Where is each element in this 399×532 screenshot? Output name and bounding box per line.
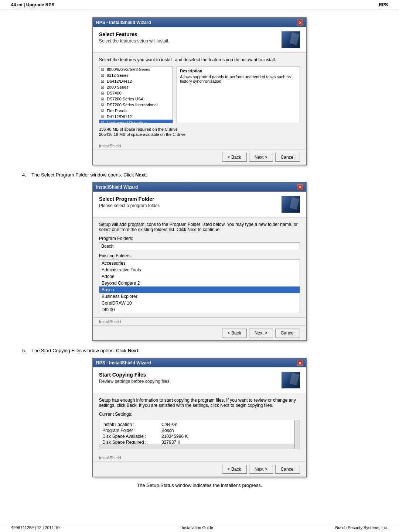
titlebar-3-label: RPS - InstallShield Wizard bbox=[96, 360, 151, 365]
titlebar-3: RPS - InstallShield Wizard ✕ bbox=[93, 358, 306, 367]
header-right: RPS bbox=[379, 2, 388, 7]
step-5-number: 5. bbox=[22, 348, 26, 353]
scrollbar-bottom[interactable] bbox=[99, 444, 294, 449]
setting-key: Program Folder : bbox=[101, 428, 160, 433]
scrollbar-right[interactable] bbox=[294, 420, 300, 449]
close-button-3[interactable]: ✕ bbox=[297, 360, 303, 366]
next-button-2[interactable]: Next > bbox=[249, 329, 273, 337]
main-content: RPS - InstallShield Wizard ✕ Select Feat… bbox=[0, 10, 399, 495]
page-header: 44 en | Upgrade RPS RPS bbox=[0, 0, 399, 10]
installer-content-2: Setup will add program icons to the Prog… bbox=[93, 217, 306, 318]
feature-list-item[interactable]: ☑9000/6/GV2/GV3 Series bbox=[99, 66, 173, 72]
setting-value: 210345996 K bbox=[160, 433, 298, 439]
step-4-label: The Select Program Folder window opens. … bbox=[31, 172, 134, 178]
feature-list-item[interactable]: ☑DS7200 Series International bbox=[99, 102, 173, 108]
step-4-number: 4. bbox=[22, 172, 26, 178]
folder-item[interactable]: CorelDRAW 10 bbox=[99, 300, 300, 306]
installer-window-3: RPS - InstallShield Wizard ✕ Start Copyi… bbox=[92, 358, 307, 477]
section-subtitle-1: Select the features setup will install. bbox=[99, 38, 169, 44]
feature-list-item[interactable]: ☑D6412/D4412 bbox=[99, 78, 173, 84]
folder-item[interactable]: Accessories bbox=[99, 260, 300, 267]
check-icon: ☑ bbox=[101, 115, 105, 119]
close-button-2[interactable]: ✕ bbox=[297, 184, 303, 190]
close-button-1[interactable]: ✕ bbox=[297, 20, 303, 25]
installshield-label-3: InstallShield bbox=[93, 454, 306, 461]
step-5-bold: Next bbox=[128, 348, 138, 353]
footer-right: Bosch Security Systems, Inc. bbox=[335, 525, 388, 530]
check-icon: ☑ bbox=[101, 97, 105, 101]
setting-value: C:\RPS\ bbox=[160, 422, 298, 428]
installer-footer-3: < Back Next > Cancel bbox=[93, 461, 306, 477]
header-left: 44 en | Upgrade RPS bbox=[11, 2, 54, 7]
next-button-3[interactable]: Next > bbox=[249, 465, 273, 474]
check-icon: ☑ bbox=[101, 121, 105, 124]
cancel-button-3[interactable]: Cancel bbox=[275, 465, 300, 474]
header-icon-2 bbox=[282, 196, 300, 213]
folder-item[interactable]: D6200 bbox=[99, 306, 300, 313]
instruction-1: Select the features you want to install,… bbox=[99, 57, 300, 62]
back-button-3[interactable]: < Back bbox=[222, 465, 247, 474]
check-icon: ☑ bbox=[101, 73, 105, 78]
space-info-2: 205416.19 MB of space available on the C… bbox=[99, 132, 300, 137]
step-4-text: 4. The Select Program Folder window open… bbox=[22, 172, 377, 178]
installshield-label-2: InstallShield bbox=[93, 318, 306, 325]
next-button-1[interactable]: Next > bbox=[249, 153, 273, 162]
folder-item[interactable]: Administrative Tools bbox=[99, 267, 300, 273]
feature-list-item[interactable]: ☑D4112/D6112 bbox=[99, 114, 173, 120]
section-subtitle-2: Please select a program folder. bbox=[99, 203, 160, 208]
installer-window-2: InstallShield Wizard ✕ Select Program Fo… bbox=[92, 182, 307, 341]
installer-body-3: Start Copying Files Review settings befo… bbox=[93, 367, 306, 477]
feature-list-item[interactable]: ☑2000 Series bbox=[99, 84, 173, 90]
program-folder-input[interactable] bbox=[99, 242, 300, 250]
folder-item[interactable]: Beyond Compare 2 bbox=[99, 280, 300, 286]
installer-content-1: Select the features you want to install,… bbox=[93, 53, 306, 142]
setting-row: Program Folder :Bosch bbox=[101, 428, 298, 433]
folder-item[interactable]: Bosch bbox=[99, 286, 300, 293]
back-button-2[interactable]: < Back bbox=[222, 329, 247, 337]
header-icon-1 bbox=[282, 31, 300, 48]
instruction-3: Setup has enough information to start co… bbox=[99, 398, 300, 408]
installer-footer-2: < Back Next > Cancel bbox=[93, 325, 306, 340]
features-list[interactable]: ☑9000/6/GV2/GV3 Series☑8112 Series☑D6412… bbox=[99, 66, 173, 123]
installer-body-2: Select Program Folder Please select a pr… bbox=[93, 192, 306, 340]
copy-files-settings: Install Location :C:\RPS\Program Folder … bbox=[99, 420, 300, 449]
back-button-1[interactable]: < Back bbox=[222, 153, 247, 162]
cancel-button-1[interactable]: Cancel bbox=[275, 153, 300, 162]
existing-folders-list[interactable]: AccessoriesAdministrative ToolsAdobeBeyo… bbox=[99, 260, 300, 313]
program-folders-label: Program Folders: bbox=[99, 236, 300, 241]
check-icon: ☑ bbox=[101, 103, 105, 107]
description-title: Description bbox=[180, 69, 297, 73]
section-title-3: Start Copying Files bbox=[99, 372, 171, 378]
page-container: 44 en | Upgrade RPS RPS RPS - InstallShi… bbox=[0, 0, 399, 532]
setting-key: Install Location : bbox=[101, 422, 160, 428]
setting-row: Install Location :C:\RPS\ bbox=[101, 422, 298, 428]
existing-folders-label: Existing Folders: bbox=[99, 253, 300, 258]
check-icon: ☑ bbox=[101, 68, 105, 72]
settings-table: Install Location :C:\RPS\Program Folder … bbox=[101, 422, 298, 445]
feature-list-item[interactable]: ☑Unattended Operation bbox=[99, 120, 173, 123]
check-icon: ☑ bbox=[101, 79, 105, 83]
folder-item[interactable]: Adobe bbox=[99, 273, 300, 280]
cancel-button-2[interactable]: Cancel bbox=[275, 329, 300, 337]
titlebar-2: InstallShield Wizard ✕ bbox=[93, 183, 306, 192]
installer-header-1: Select Features Select the features setu… bbox=[93, 27, 306, 53]
titlebar-2-label: InstallShield Wizard bbox=[96, 185, 138, 190]
feature-list-item[interactable]: ☑Fire Panels bbox=[99, 108, 173, 114]
current-settings-label: Current Settings: bbox=[99, 412, 300, 417]
feature-list-item[interactable]: ☑DS7200 Series USA bbox=[99, 96, 173, 102]
installer-content-3: Setup has enough information to start co… bbox=[93, 393, 306, 454]
folder-item[interactable]: Business Explorer bbox=[99, 293, 300, 300]
step-5-label: The Start Copying Files window opens. Cl… bbox=[31, 348, 126, 353]
check-icon: ☑ bbox=[101, 91, 105, 95]
feature-list-item[interactable]: ☑8112 Series bbox=[99, 72, 173, 78]
space-info-1: 336.48 MB of space required on the C dri… bbox=[99, 127, 300, 131]
step-5-text: 5. The Start Copying Files window opens.… bbox=[22, 348, 377, 353]
instruction-2: Setup will add program icons to the Prog… bbox=[99, 222, 300, 232]
feature-list-item[interactable]: ☑DS7400 bbox=[99, 90, 173, 96]
installer-window-1: RPS - InstallShield Wizard ✕ Select Feat… bbox=[92, 17, 307, 165]
installer-header-text-1: Select Features Select the features setu… bbox=[99, 31, 169, 44]
setting-value: Bosch bbox=[160, 428, 298, 433]
footer-center: Installation Guide bbox=[182, 525, 213, 530]
installer-header-text-2: Select Program Folder Please select a pr… bbox=[99, 196, 160, 208]
installer-body-1: Select Features Select the features setu… bbox=[93, 27, 306, 165]
